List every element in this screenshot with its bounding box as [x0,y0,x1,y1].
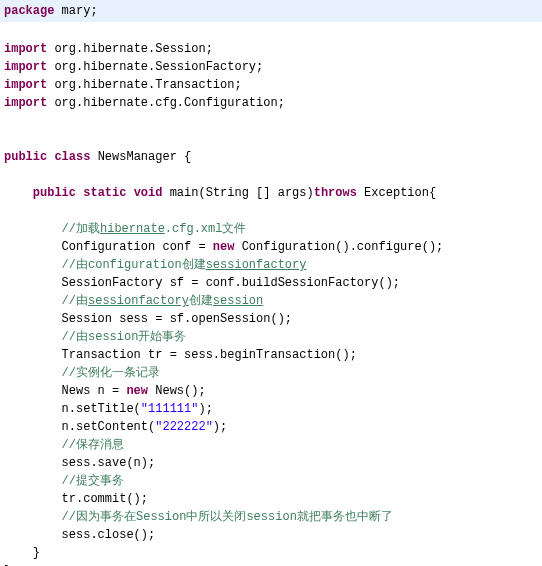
code-line: //加载hibernate.cfg.xml文件 [0,220,542,238]
comment: //由session开始事务 [62,330,187,344]
code-text: tr.commit(); [62,492,148,506]
code-line: //保存消息 [0,436,542,454]
imports-block: import org.hibernate.Session;import org.… [0,40,542,112]
class-name: NewsManager { [90,150,191,164]
close-class: } [0,562,542,566]
code-line: //因为事务在Session中所以关闭session就把事务也中断了 [0,508,542,526]
code-line: Configuration conf = new Configuration()… [0,238,542,256]
main-method-declaration: public static void main(String [] args)t… [0,184,542,202]
code-line: //实例化一条记录 [0,364,542,382]
code-text: SessionFactory sf = conf.buildSessionFac… [62,276,400,290]
keyword-throws: throws [314,186,357,200]
keyword-import: import [4,78,47,92]
main-signature-part1: main(String [] args) [162,186,313,200]
import-path: org.hibernate.SessionFactory; [47,60,263,74]
code-line: News n = new News(); [0,382,542,400]
keyword-class: class [54,150,90,164]
keyword-new: new [213,240,235,254]
keyword-public: public [33,186,76,200]
comment: //保存消息 [62,438,124,452]
comment: //加载hibernate.cfg.xml文件 [62,222,247,236]
keyword-import: import [4,60,47,74]
import-path: org.hibernate.cfg.Configuration; [47,96,285,110]
code-text: Session sess = sf.openSession(); [62,312,292,326]
blank-line [0,130,542,148]
code-line: tr.commit(); [0,490,542,508]
code-line: //由session开始事务 [0,328,542,346]
code-line: n.setTitle("111111"); [0,400,542,418]
keyword-void: void [134,186,163,200]
blank-line [0,166,542,184]
keyword-static: static [83,186,126,200]
blank-line [0,202,542,220]
import-line: import org.hibernate.SessionFactory; [0,58,542,76]
code-line: sess.save(n); [0,454,542,472]
class-declaration: public class NewsManager { [0,148,542,166]
keyword-public: public [4,150,47,164]
import-line: import org.hibernate.Transaction; [0,76,542,94]
method-body: //加载hibernate.cfg.xml文件 Configuration co… [0,202,542,544]
string-literal: "111111" [141,402,199,416]
code-line: sess.close(); [0,526,542,544]
code-text: sess.close(); [62,528,156,542]
code-line: Transaction tr = sess.beginTransaction()… [0,346,542,364]
code-line: Session sess = sf.openSession(); [0,310,542,328]
keyword-import: import [4,42,47,56]
code-text: sess.save(n); [62,456,156,470]
package-line: package mary; [0,0,542,22]
code-line: n.setContent("222222"); [0,418,542,436]
comment: //因为事务在Session中所以关闭session就把事务也中断了 [62,510,393,524]
import-path: org.hibernate.Session; [47,42,213,56]
blank-line [0,22,542,40]
comment: //提交事务 [62,474,124,488]
close-method: } [0,544,542,562]
comment: //由sessionfactory创建session [62,294,264,308]
keyword-import: import [4,96,47,110]
main-signature-part2: Exception{ [357,186,436,200]
code-line: SessionFactory sf = conf.buildSessionFac… [0,274,542,292]
code-line: //提交事务 [0,472,542,490]
comment: //实例化一条记录 [62,366,160,380]
code-line: //由sessionfactory创建session [0,292,542,310]
code-line: //由configuration创建sessionfactory [0,256,542,274]
code-text: Transaction tr = sess.beginTransaction()… [62,348,357,362]
import-line: import org.hibernate.Session; [0,40,542,58]
blank-line [0,112,542,130]
package-name: mary; [54,4,97,18]
string-literal: "222222" [155,420,213,434]
import-line: import org.hibernate.cfg.Configuration; [0,94,542,112]
keyword-package: package [4,4,54,18]
comment: //由configuration创建sessionfactory [62,258,307,272]
keyword-new: new [126,384,148,398]
import-path: org.hibernate.Transaction; [47,78,241,92]
